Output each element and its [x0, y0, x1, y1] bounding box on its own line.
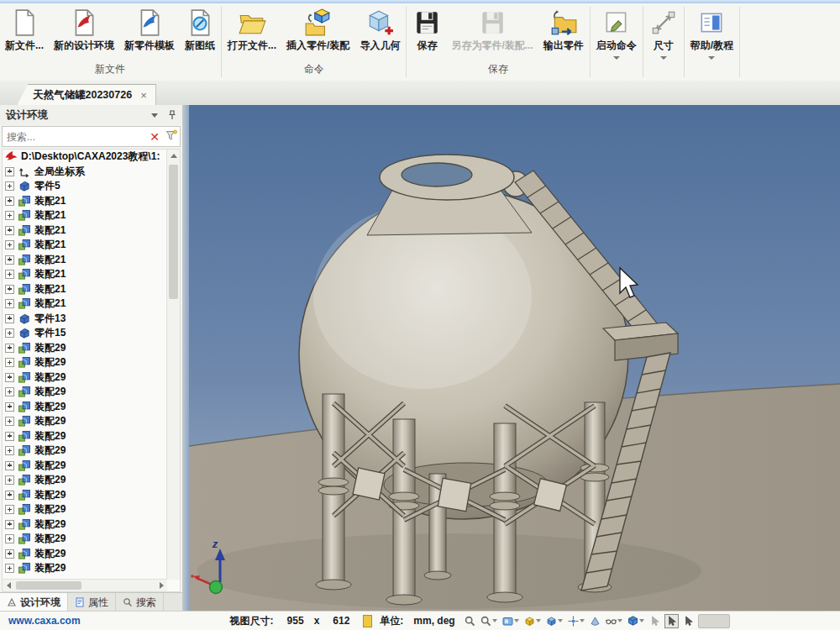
expand-toggle-icon[interactable] — [5, 432, 14, 441]
dimension-button[interactable]: 尺寸 — [644, 6, 683, 62]
tree-item[interactable]: 装配21 — [3, 194, 167, 209]
scrollbar-thumb[interactable] — [16, 581, 81, 590]
expand-toggle-icon[interactable] — [5, 491, 14, 500]
tree-item[interactable]: 装配29 — [3, 473, 167, 488]
tree-item[interactable]: 装配29 — [3, 370, 167, 386]
tab-properties[interactable]: 属性 — [68, 593, 116, 612]
expand-toggle-icon[interactable] — [5, 417, 14, 426]
zoom-extents-icon[interactable] — [480, 615, 498, 627]
render-mode-icon[interactable] — [627, 615, 645, 627]
pin-icon[interactable] — [168, 110, 176, 120]
expand-toggle-icon[interactable] — [5, 564, 14, 573]
new-design-environment-button[interactable]: 新的设计环境 — [49, 6, 119, 55]
tree-item[interactable]: 装配29 — [3, 488, 167, 503]
expand-toggle-icon[interactable] — [5, 167, 14, 176]
save-as-part-assembly-button[interactable]: 另存为零件/装配... — [446, 6, 538, 55]
expand-toggle-icon[interactable] — [5, 285, 14, 294]
save-button[interactable]: 保存 — [407, 6, 446, 55]
document-tab[interactable]: 天然气储罐20230726 × — [17, 84, 156, 106]
new-part-template-button[interactable]: 新零件模板 — [119, 6, 180, 55]
tree-item[interactable]: 零件15 — [3, 326, 167, 341]
expand-toggle-icon[interactable] — [5, 226, 14, 235]
scrollbar-thumb[interactable] — [169, 165, 178, 299]
tree-item[interactable]: 装配29 — [3, 355, 167, 370]
expand-toggle-icon[interactable] — [5, 181, 14, 191]
expand-toggle-icon[interactable] — [5, 255, 14, 265]
tree-item[interactable]: 装配29 — [3, 400, 167, 415]
insert-part-assembly-button[interactable]: 插入零件/装配 — [281, 6, 354, 55]
scroll-right-icon[interactable] — [155, 580, 167, 591]
tree-item[interactable]: 装配29 — [3, 532, 167, 547]
help-tutorial-button[interactable]: 帮助/教程 — [685, 6, 738, 62]
perspective-icon[interactable] — [605, 615, 623, 627]
locate-icon[interactable] — [567, 615, 585, 627]
export-part-button[interactable]: 输出零件 — [538, 6, 589, 55]
tree-item[interactable]: 装配29 — [3, 502, 167, 517]
launch-command-button[interactable]: 启动命令 — [591, 6, 642, 62]
select-arrow-icon[interactable] — [664, 614, 679, 628]
expand-toggle-icon[interactable] — [5, 270, 14, 279]
filter-icon[interactable] — [163, 129, 180, 144]
pick-icon[interactable] — [682, 615, 695, 627]
viewport-3d[interactable]: z — [189, 105, 840, 612]
tree-item[interactable]: 全局坐标系 — [3, 165, 167, 180]
expand-toggle-icon[interactable] — [5, 314, 14, 323]
tab-search[interactable]: 搜索 — [116, 593, 164, 612]
expand-toggle-icon[interactable] — [5, 534, 14, 543]
tree-item[interactable]: 装配29 — [3, 341, 167, 356]
expand-toggle-icon[interactable] — [5, 520, 14, 529]
section-view-icon[interactable] — [589, 615, 601, 627]
expand-toggle-icon[interactable] — [5, 446, 14, 455]
panel-splitter[interactable] — [183, 105, 189, 612]
expand-toggle-icon[interactable] — [5, 461, 14, 470]
tree-item[interactable]: 装配29 — [3, 517, 167, 533]
isolate-icon[interactable] — [523, 615, 542, 627]
import-geometry-button[interactable]: 导入几何 — [354, 6, 405, 55]
tab-design-environment[interactable]: 设计环境 — [0, 593, 68, 612]
expand-toggle-icon[interactable] — [5, 328, 14, 338]
display-style-icon[interactable] — [545, 615, 564, 627]
expand-toggle-icon[interactable] — [5, 549, 14, 559]
tree-item[interactable]: 装配21 — [3, 282, 167, 297]
view-window-icon[interactable] — [501, 615, 520, 627]
new-file-button[interactable]: 新文件... — [0, 6, 49, 55]
tree-item[interactable]: 装配21 — [3, 253, 167, 268]
search-input[interactable] — [3, 131, 146, 143]
tree-item[interactable]: 装配21 — [3, 297, 167, 312]
expand-toggle-icon[interactable] — [5, 387, 14, 396]
expand-toggle-icon[interactable] — [5, 358, 14, 367]
tab-close-icon[interactable]: × — [140, 89, 147, 102]
tree-horizontal-scrollbar[interactable] — [3, 579, 167, 591]
expand-toggle-icon[interactable] — [5, 197, 14, 206]
tree-item[interactable]: 装配21 — [3, 223, 167, 239]
tree-item[interactable]: 装配21 — [3, 238, 167, 253]
tree-item[interactable]: 装配29 — [3, 429, 167, 444]
tree-vertical-scrollbar[interactable] — [166, 150, 180, 580]
new-drawing-button[interactable]: 新图纸 — [180, 6, 220, 55]
tree-item[interactable]: 零件5 — [3, 179, 167, 194]
expand-toggle-icon[interactable] — [5, 373, 14, 382]
tree-item[interactable]: 装配21 — [3, 208, 167, 223]
search-clear-icon[interactable]: ✕ — [146, 130, 163, 144]
tree-item[interactable]: 装配29 — [3, 561, 167, 576]
ghost-select-icon[interactable] — [648, 615, 661, 627]
expand-toggle-icon[interactable] — [5, 505, 14, 514]
tree-item[interactable]: 装配29 — [3, 414, 167, 429]
scroll-up-icon[interactable] — [167, 150, 180, 161]
tree-item[interactable]: 装配29 — [3, 444, 167, 459]
expand-toggle-icon[interactable] — [5, 240, 14, 249]
open-file-button[interactable]: 打开文件... — [223, 6, 281, 55]
expand-toggle-icon[interactable] — [5, 299, 14, 308]
tree-item[interactable]: 装配29 — [3, 459, 167, 474]
expand-toggle-icon[interactable] — [5, 211, 14, 220]
scroll-left-icon[interactable] — [3, 580, 14, 591]
tree-item[interactable]: 装配29 — [3, 385, 167, 400]
expand-toggle-icon[interactable] — [5, 344, 14, 353]
tree-item[interactable]: 零件13 — [3, 312, 167, 327]
caxa-website-link[interactable]: www.caxa.com — [8, 615, 81, 627]
zoom-in-icon[interactable] — [464, 615, 476, 627]
expand-toggle-icon[interactable] — [5, 402, 14, 412]
expand-toggle-icon[interactable] — [5, 475, 14, 485]
tree-root-item[interactable]: D:\Desktop\CAXA2023教程\1: — [3, 150, 167, 165]
tree-item[interactable]: 装配29 — [3, 547, 167, 562]
